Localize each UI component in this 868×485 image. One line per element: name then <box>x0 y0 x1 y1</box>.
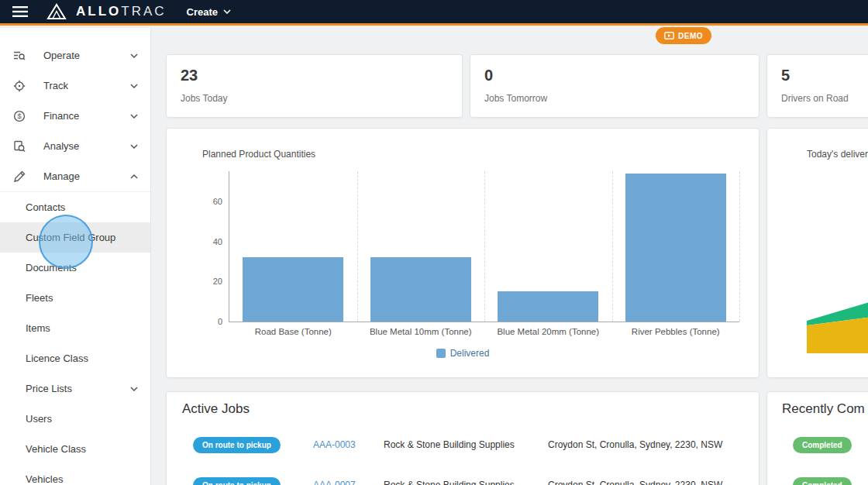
sidebar-item-analyse[interactable]: Analyse <box>0 131 150 161</box>
delivery-fulfilment-chart <box>802 284 868 357</box>
sidebar-item-price-lists[interactable]: Price Lists <box>0 373 150 404</box>
sidebar-item-vehicle-class[interactable]: Vehicle Class <box>0 434 150 464</box>
sidebar-item-vehicles[interactable]: Vehicles <box>0 464 150 485</box>
recently-completed-title: Recently Com <box>782 401 865 417</box>
bar-slot: Blue Metal 10mm (Tonne) <box>357 171 485 322</box>
stat-label: Jobs Tomorrow <box>484 93 745 104</box>
subitem-label: Vehicle Class <box>26 443 86 455</box>
create-menu-button[interactable]: Create <box>187 6 231 18</box>
job-address: Croydon St, Cronulla, Sydney, 2230, NSW <box>548 439 722 450</box>
status-badge: Completed <box>793 477 852 485</box>
bar-slot: Blue Metal 20mm (Tonne) <box>484 171 612 322</box>
y-axis-tick: 60 <box>213 197 222 206</box>
bar-slot: Road Base (Tonne) <box>229 171 357 322</box>
demo-label: DEMO <box>678 32 703 40</box>
gridline <box>739 171 740 322</box>
subitem-label: Fleets <box>26 292 53 304</box>
x-axis-label: River Pebbles (Tonne) <box>612 327 740 336</box>
table-row[interactable]: Completed <box>793 477 852 485</box>
sidebar-item-documents[interactable]: Documents <box>0 253 150 283</box>
table-row[interactable]: On route to pickup AAA-0003 Rock & Stone… <box>167 428 759 462</box>
sidebar-item-fleets[interactable]: Fleets <box>0 283 150 313</box>
analyse-icon <box>12 140 26 153</box>
manage-submenu: Contacts Custom Field Group Documents Fl… <box>0 191 150 485</box>
sidebar-item-items[interactable]: Items <box>0 313 150 343</box>
status-badge: On route to pickup <box>193 477 281 485</box>
stat-label: Drivers on Road <box>781 93 868 104</box>
sidebar-item-users[interactable]: Users <box>0 404 150 434</box>
job-link[interactable]: AAA-0007 <box>313 480 384 485</box>
delivery-card-title: Today's delivery fu <box>807 149 868 160</box>
sidebar-item-label: Finance <box>43 110 79 122</box>
subitem-label: Contacts <box>26 201 65 213</box>
x-axis-label: Blue Metal 10mm (Tonne) <box>357 327 485 336</box>
demo-icon <box>664 32 674 40</box>
customer-name: Rock & Stone Building Supplies <box>384 439 548 450</box>
brand-text: ALLOTRAC <box>76 4 167 19</box>
x-axis-label: Blue Metal 20mm (Tonne) <box>484 327 612 336</box>
stat-card-jobs-tomorrow: 0 Jobs Tomorrow <box>470 54 760 118</box>
brand-bold: ALLO <box>76 4 121 19</box>
legend-swatch <box>436 349 446 358</box>
track-icon <box>12 80 26 92</box>
sidebar-item-track[interactable]: Track <box>0 71 150 101</box>
chevron-down-icon <box>130 53 138 58</box>
chevron-down-icon <box>223 9 231 14</box>
table-row[interactable]: On route to pickup AAA-0007 Rock & Stone… <box>167 468 759 485</box>
y-axis-tick: 0 <box>218 317 222 326</box>
chart-legend-delivered[interactable]: Delivered <box>167 348 759 359</box>
recently-completed-card: Recently Com Completed Completed <box>766 391 868 485</box>
status-badge: Completed <box>793 437 852 453</box>
y-axis-tick: 20 <box>213 277 222 286</box>
sidebar-item-label: Operate <box>43 50 80 61</box>
sidebar-item-custom-field-group[interactable]: Custom Field Group <box>0 222 150 253</box>
stat-value: 5 <box>781 67 868 84</box>
active-jobs-card: Active Jobs On route to pickup AAA-0003 … <box>166 391 760 485</box>
legend-label: Delivered <box>450 348 490 359</box>
subitem-label: Documents <box>26 262 77 273</box>
demo-badge[interactable]: DEMO <box>656 27 711 44</box>
job-link[interactable]: AAA-0003 <box>313 439 384 450</box>
bar-blue-metal-20mm <box>498 291 598 322</box>
sidebar-item-manage[interactable]: Manage <box>0 161 150 191</box>
todays-delivery-card: Today's delivery fu <box>766 128 868 378</box>
sidebar-item-finance[interactable]: $ Finance <box>0 101 150 131</box>
sidebar-item-operate[interactable]: Operate <box>0 40 150 71</box>
create-label: Create <box>187 6 218 18</box>
status-badge: On route to pickup <box>193 437 281 453</box>
x-axis-label: Road Base (Tonne) <box>229 327 357 336</box>
subitem-label: Licence Class <box>26 353 88 364</box>
chevron-down-icon <box>130 84 138 88</box>
sidebar-item-label: Manage <box>43 170 80 182</box>
hamburger-menu-icon[interactable] <box>12 5 28 18</box>
sidebar-item-label: Analyse <box>43 140 79 152</box>
stat-card-jobs-today: 23 Jobs Today <box>166 54 463 118</box>
stat-card-drivers-on-road: 5 Drivers on Road <box>766 54 868 118</box>
manage-icon <box>12 170 26 183</box>
operate-icon <box>12 50 26 62</box>
bar-slot: River Pebbles (Tonne) <box>612 171 740 322</box>
brand-light: TRAC <box>121 4 166 19</box>
subitem-label: Vehicles <box>26 473 63 485</box>
chevron-down-icon <box>130 114 138 119</box>
chevron-up-icon <box>130 174 138 179</box>
sidebar-item-contacts[interactable]: Contacts <box>0 192 150 222</box>
y-axis-tick: 40 <box>213 237 222 246</box>
sidebar-item-licence-class[interactable]: Licence Class <box>0 343 150 373</box>
top-navbar: ALLOTRAC Create <box>0 0 868 26</box>
sidebar: Operate Track $ Finance Analyse Manage C… <box>0 28 151 485</box>
allotrac-logo-icon <box>46 3 67 20</box>
chart-title: Planned Product Quantities <box>202 149 315 160</box>
status-badge-cell: On route to pickup <box>193 437 313 453</box>
active-jobs-title: Active Jobs <box>182 401 250 417</box>
job-address: Croydon St, Cronulla, Sydney, 2230, NSW <box>548 480 722 485</box>
bar-chart-plot: 0 20 40 60 Road Base (Tonne) Blue Metal … <box>229 171 739 322</box>
status-badge-cell: On route to pickup <box>193 477 313 485</box>
planned-product-quantities-chart-card: Planned Product Quantities 0 20 40 60 Ro… <box>166 128 760 378</box>
bar-road-base <box>243 257 343 322</box>
subitem-label: Users <box>26 413 52 425</box>
chevron-down-icon <box>130 144 138 149</box>
table-row[interactable]: Completed <box>793 437 852 453</box>
customer-name: Rock & Stone Building Supplies <box>384 480 548 485</box>
subitem-label: Price Lists <box>26 383 72 394</box>
